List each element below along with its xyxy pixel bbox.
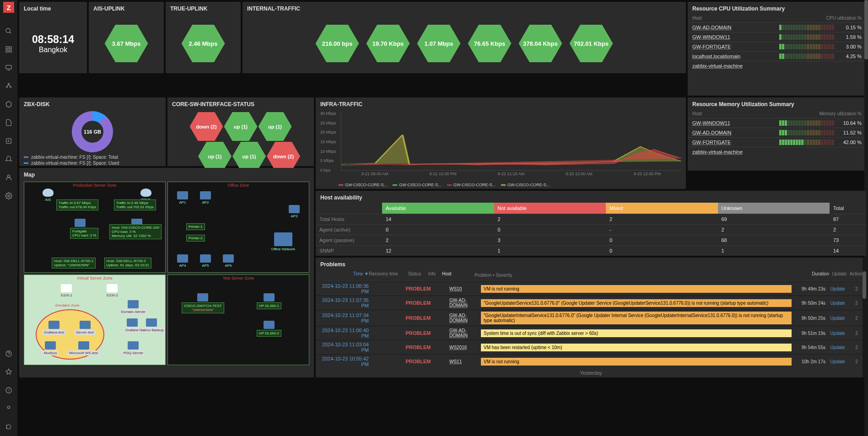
hexagon-status[interactable]: down (2) bbox=[267, 142, 300, 171]
col-header[interactable]: Duration bbox=[797, 271, 829, 279]
hexagon-value[interactable]: 378.04 Kbps bbox=[519, 25, 562, 62]
legend-item[interactable]: GW-CISCO-CORE-S... bbox=[393, 183, 441, 187]
services-icon[interactable] bbox=[4, 81, 13, 91]
widget-title: Problems bbox=[316, 258, 866, 269]
legend-item[interactable]: GW-CISCO-CORE-S... bbox=[447, 183, 496, 187]
problem-status: PROBLEM bbox=[404, 315, 432, 321]
col-header[interactable]: Recovery time bbox=[369, 271, 401, 279]
update-link[interactable]: Update bbox=[827, 316, 848, 321]
col-header[interactable]: Time bbox=[353, 271, 363, 276]
hexagon-value[interactable]: 702.01 Kbps bbox=[570, 25, 613, 62]
problem-host[interactable]: GW-AD-DOMAIN bbox=[449, 313, 479, 323]
data-collection-icon[interactable] bbox=[4, 136, 13, 145]
problem-text[interactable]: System time is out of sync (diff with Za… bbox=[481, 329, 792, 337]
col-header[interactable]: Problem • Severity bbox=[472, 271, 797, 279]
hexagon-value[interactable]: 1.07 Mbps bbox=[417, 25, 461, 62]
action-count[interactable]: 2 bbox=[850, 331, 863, 336]
problem-text[interactable]: "GoogleUpdaterService131.0.6776.0" (Goog… bbox=[481, 299, 792, 307]
search-icon[interactable] bbox=[4, 27, 13, 36]
host-link[interactable]: zabbix-virtual-machine bbox=[692, 63, 862, 69]
scrollbar[interactable] bbox=[863, 258, 866, 377]
col-header[interactable]: Status bbox=[401, 271, 428, 279]
chart-area[interactable]: 30 Mbps25 Mbps20 Mbps15 Mbps10 Mbps5 Mbp… bbox=[316, 109, 686, 182]
dashboards-icon[interactable] bbox=[4, 45, 13, 54]
col-header[interactable]: Update bbox=[829, 271, 850, 279]
problem-time[interactable]: 2024-10-23 11:03:04 PM bbox=[318, 342, 369, 353]
host-link[interactable]: GW-AD-DOMAIN bbox=[692, 25, 779, 30]
widget-title: TRUE-UPLINK bbox=[166, 2, 241, 14]
host-link[interactable]: GW-AD-DOMAIN bbox=[692, 130, 779, 135]
legend-item[interactable]: GW-CISCO-CORE-S... bbox=[339, 183, 387, 187]
update-link[interactable]: Update bbox=[827, 331, 848, 336]
problem-time[interactable]: 2024-10-23 11:06:40 PM bbox=[318, 328, 369, 339]
users-icon[interactable] bbox=[4, 173, 13, 182]
hexagon-status[interactable]: up (1) bbox=[259, 112, 292, 141]
problem-text[interactable]: VM has been restarted (uptime < 10m) bbox=[481, 344, 792, 351]
clock-widget: Local time 08:58:14 Bangkok bbox=[19, 2, 87, 73]
hexagon-value[interactable]: 76.65 Kbps bbox=[468, 25, 512, 62]
action-count[interactable]: 2 bbox=[850, 301, 863, 306]
inventory-icon[interactable] bbox=[4, 100, 13, 109]
action-count[interactable]: 2 bbox=[850, 316, 863, 321]
donut-chart[interactable]: 116 GB bbox=[72, 111, 113, 152]
hexagon-value[interactable]: 216.00 bps bbox=[316, 25, 359, 62]
problem-time[interactable]: 2024-10-23 11:07:35 PM bbox=[318, 297, 369, 308]
utilization-value: 4.25 % bbox=[839, 54, 862, 59]
integrations-icon[interactable] bbox=[4, 367, 13, 377]
problem-time[interactable]: 2024-10-23 11:08:36 PM bbox=[318, 283, 369, 294]
problem-host[interactable]: WS2016 bbox=[449, 345, 479, 350]
map-zone-office[interactable]: Office Zone AP1 AP2 AP3 Printer-1 Printe… bbox=[167, 182, 309, 273]
map-zone-test[interactable]: Test Server Zone CISCO-SWITCH-TEST"UNKNO… bbox=[167, 275, 309, 366]
support-icon[interactable] bbox=[4, 349, 13, 358]
hexagon-status[interactable]: up (1) bbox=[198, 142, 232, 171]
zbx-disk-widget: ZBX-DISK 116 GB zabbix-virtual-machine: … bbox=[19, 97, 166, 166]
update-link[interactable]: Update bbox=[827, 286, 848, 291]
monitoring-icon[interactable] bbox=[4, 63, 13, 72]
col-header[interactable]: Actions bbox=[850, 271, 863, 279]
map-zone-virtual[interactable]: Virtual Server Zone ESXi-1 ESXi-2 Emulat… bbox=[24, 275, 166, 366]
map-zone-production[interactable]: Production Server Zone AIS TRUE Traffic … bbox=[24, 182, 166, 273]
sign-out-icon[interactable] bbox=[4, 422, 13, 431]
hexagon-status[interactable]: up (1) bbox=[224, 112, 258, 141]
problem-text[interactable]: VM is not running bbox=[481, 285, 792, 293]
host-link[interactable]: localhost.localdomain bbox=[692, 54, 779, 59]
problem-host[interactable]: WS10 bbox=[449, 286, 479, 291]
problem-text[interactable]: VM is not running bbox=[481, 358, 792, 366]
update-link[interactable]: Update bbox=[827, 301, 848, 306]
user-settings-icon[interactable] bbox=[4, 404, 13, 413]
host-link[interactable]: zabbix-virtual-machine bbox=[692, 149, 862, 155]
resource-row: GW-WINDOW111.59 % bbox=[688, 32, 866, 42]
problem-host[interactable]: GW-AD-DOMAIN bbox=[449, 328, 479, 338]
problem-time[interactable]: 2024-10-23 10:55:42 PM bbox=[318, 356, 369, 367]
hexagon-value[interactable]: 19.70 Kbps bbox=[367, 25, 410, 62]
host-link[interactable]: GW-WINDOW11 bbox=[692, 34, 779, 40]
action-count[interactable]: 2 bbox=[850, 345, 863, 350]
problem-time[interactable]: 2024-10-23 11:07:34 PM bbox=[318, 312, 369, 323]
help-icon[interactable]: ? bbox=[4, 386, 13, 395]
problem-row: 2024-10-23 10:55:42 PMPROBLEMWS11VM is n… bbox=[316, 354, 866, 368]
legend-item[interactable]: GW-CISCO-CORE-S... bbox=[501, 183, 550, 187]
reports-icon[interactable] bbox=[4, 118, 13, 127]
host-link[interactable]: GW-WINDOW11 bbox=[692, 120, 779, 126]
host-link[interactable]: GW-FORTIGATE bbox=[692, 140, 779, 145]
hexagon-status[interactable]: up (1) bbox=[232, 142, 266, 171]
action-count[interactable]: 2 bbox=[850, 286, 863, 291]
problem-host[interactable]: GW-AD-DOMAIN bbox=[449, 298, 479, 308]
problem-text[interactable]: "GoogleUpdaterInternalService131.0.6776.… bbox=[481, 312, 792, 324]
update-link[interactable]: Update bbox=[827, 345, 848, 350]
hexagon-value[interactable]: 3.67 Mbps bbox=[105, 25, 148, 62]
update-link[interactable]: Update bbox=[827, 359, 848, 364]
administration-icon[interactable] bbox=[4, 191, 13, 200]
problem-status: PROBLEM bbox=[404, 300, 432, 306]
hexagon-status[interactable]: down (2) bbox=[190, 112, 223, 141]
hexagon-value[interactable]: 2.46 Mbps bbox=[182, 25, 225, 62]
day-separator: Yesterday bbox=[316, 368, 866, 377]
host-link[interactable]: GW-FORTIGATE bbox=[692, 44, 779, 49]
problem-host[interactable]: WS11 bbox=[449, 359, 479, 364]
legend-item: zabbix-virtual-machine: FS [/]: Space: U… bbox=[19, 160, 166, 166]
col-header[interactable]: Host bbox=[442, 271, 472, 279]
logo[interactable]: Z bbox=[3, 2, 14, 13]
col-header[interactable]: Info bbox=[428, 271, 442, 279]
alerts-icon[interactable] bbox=[4, 155, 13, 164]
action-count[interactable]: 2 bbox=[850, 359, 863, 364]
